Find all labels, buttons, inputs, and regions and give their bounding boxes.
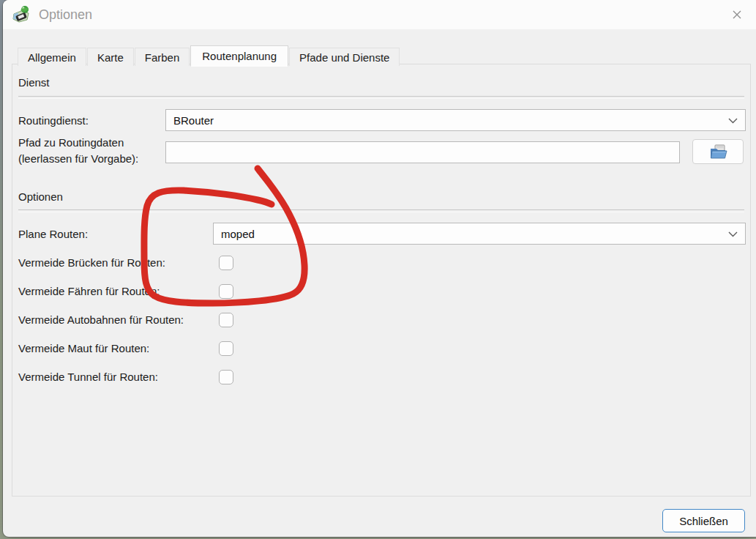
group-divider <box>18 209 744 212</box>
group-divider <box>18 96 744 99</box>
tabstrip: Allgemein Karte Farben Routenplanung Pfa… <box>18 45 400 66</box>
avoid-toll-checkbox[interactable] <box>219 341 233 356</box>
routing-service-value: BRouter <box>173 114 214 127</box>
close-icon[interactable] <box>727 5 747 24</box>
plan-routes-combobox[interactable]: moped <box>213 223 746 245</box>
tabpage-routenplanung: Dienst Routingdienst: BRouter Pfad zu Ro… <box>12 64 751 497</box>
avoid-tunnel-checkbox[interactable] <box>219 370 233 384</box>
plan-routes-label: Plane Routen: <box>18 228 88 240</box>
chevron-down-icon <box>728 118 738 124</box>
app-icon <box>12 5 31 24</box>
avoid-bridges-label: Vermeide Brücken für Routen: <box>18 256 165 270</box>
tab-farben[interactable]: Farben <box>135 48 190 66</box>
avoid-ferries-label: Vermeide Fähren für Routen: <box>18 284 160 299</box>
routing-data-path-input[interactable] <box>165 141 680 163</box>
routing-service-label: Routingdienst: <box>18 114 89 127</box>
group-title-optionen: Optionen <box>18 190 63 203</box>
options-dialog: Optionen Allgemein Karte Farben Routenpl… <box>3 0 756 537</box>
routing-data-path-label: Pfad zu Routingdaten (leerlassen für Vor… <box>18 135 138 167</box>
group-title-dienst: Dienst <box>18 76 50 89</box>
avoid-motorways-label: Vermeide Autobahnen für Routen: <box>18 313 184 327</box>
tab-pfade-und-dienste[interactable]: Pfade und Dienste <box>289 48 400 66</box>
routing-service-combobox[interactable]: BRouter <box>165 109 746 131</box>
avoid-ferries-checkbox[interactable] <box>219 284 233 299</box>
folder-open-icon <box>708 143 728 160</box>
close-dialog-button[interactable]: Schließen <box>662 509 745 532</box>
titlebar: Optionen <box>3 0 756 29</box>
tab-karte[interactable]: Karte <box>87 48 134 66</box>
plan-routes-value: moped <box>221 228 255 240</box>
avoid-motorways-checkbox[interactable] <box>219 313 233 327</box>
avoid-bridges-checkbox[interactable] <box>219 256 233 270</box>
chevron-down-icon <box>728 231 738 237</box>
tab-allgemein[interactable]: Allgemein <box>18 48 86 66</box>
tab-routenplanung[interactable]: Routenplanung <box>190 45 288 67</box>
browse-folder-button[interactable] <box>692 139 744 164</box>
window-title: Optionen <box>39 7 92 23</box>
avoid-toll-label: Vermeide Maut für Routen: <box>18 341 149 356</box>
avoid-tunnel-label: Vermeide Tunnel für Routen: <box>18 370 158 384</box>
